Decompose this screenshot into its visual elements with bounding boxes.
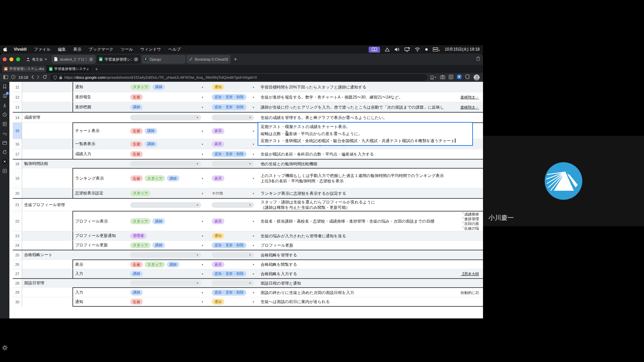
role-chip[interactable]: 生徒 [130,299,143,305]
triangle-status-icon[interactable] [385,47,390,52]
permission-dropdown-cell[interactable]: 追加・更新・削除▼ [207,241,258,250]
dropdown-arrow-icon[interactable]: ▼ [252,143,255,145]
role-chip[interactable]: 生徒 [130,151,143,157]
feature-name-cell[interactable] [73,279,126,287]
note-cell[interactable]: 自動的にZ( [461,288,483,297]
browser-profile-button[interactable]: 竜文会 [26,57,47,62]
menubar-item[interactable]: ウィンドウ [141,47,161,52]
password-extension-icon[interactable] [457,74,462,80]
role-chip[interactable]: 講師 [152,84,165,90]
feature-name-cell[interactable] [73,113,126,122]
browser-tab[interactable]: 学習進捗管理システム2 [97,55,141,64]
note-cell[interactable] [461,113,483,122]
display-notification-icon[interactable] [405,47,410,52]
menubar-item[interactable]: 表示 [73,47,82,52]
note-cell[interactable] [461,297,483,306]
row-header[interactable]: 28 [13,279,22,287]
role-chip[interactable]: 講師 [152,242,165,248]
permission-chip[interactable]: 通知 [212,233,224,239]
module-name-cell[interactable]: 成績管理 [22,113,73,122]
note-cell[interactable]: 森崎翔太・ [461,102,483,112]
permission-dropdown-cell[interactable]: 通知▼ [207,297,258,306]
permission-dropdown-cell[interactable]: ▼ [207,199,258,211]
description-cell[interactable]: 生徒が進捗を報告する。数学・青チャートA・例題25〜30、練習21〜24など。 [258,92,461,102]
dropdown-arrow-icon[interactable]: ▼ [252,291,255,294]
row-header[interactable]: 20 [13,188,22,198]
empty-dropdown-chip[interactable]: ▼ [130,202,201,208]
volume-icon[interactable] [394,47,400,52]
role-chip[interactable]: 講師 [152,218,165,224]
dropdown-arrow-icon[interactable]: ▼ [252,273,255,275]
roles-dropdown-cell[interactable]: ▼ [126,279,207,287]
roles-dropdown-cell[interactable]: 生徒▼ [126,149,207,159]
menubar-item[interactable]: 編集 [58,47,66,52]
disk-stack-icon[interactable] [433,47,440,52]
feature-name-cell[interactable]: 通知 [73,82,126,92]
module-name-cell[interactable] [22,102,73,112]
module-name-cell[interactable] [22,211,73,231]
menubar-item[interactable]: ツール [121,47,133,52]
permission-chip[interactable]: その他 [212,190,226,196]
row-header[interactable]: 29 [13,288,22,297]
description-cell[interactable]: 講師が生徒に行ったヒアリングを入力。赤で塗ったところは自動で「次の面談までの課題… [258,102,461,112]
role-chip[interactable]: スタッフ [130,84,151,90]
apple-menu-icon[interactable] [3,47,8,53]
note-cell[interactable] [461,199,483,211]
row-header[interactable]: 25 [13,250,22,259]
permission-dropdown-cell[interactable]: 表示▼ [207,260,258,269]
note-cell[interactable] [461,82,483,92]
role-chip[interactable]: 生徒 [130,94,143,100]
permission-chip[interactable]: 表示 [212,128,224,134]
permission-chip[interactable]: 表示 [212,141,224,147]
panel-sync-icon[interactable] [0,147,9,157]
roles-dropdown-cell[interactable]: 生徒スタッフ講師▼ [126,169,207,188]
roles-dropdown-cell[interactable]: 生徒▼ [126,92,207,102]
dropdown-arrow-icon[interactable]: ▼ [201,192,204,194]
menubar-clock[interactable]: 10月15日(火) 19:18 [445,47,480,52]
permission-chip[interactable]: 追加・更新・削除 [212,242,247,248]
description-cell[interactable]: 学習目標時間を20%下回ったらスタッフと講師に通知する [258,82,461,92]
permission-dropdown-cell[interactable]: ▼ [207,279,258,287]
permission-chip[interactable]: 追加・更新・削除 [212,94,247,100]
description-cell[interactable]: プロフィール更新 [258,241,461,250]
window-zoom-button[interactable] [16,57,20,61]
back-button[interactable] [31,75,34,80]
feature-name-cell[interactable]: プロフィール表示 [73,212,126,231]
roles-dropdown-cell[interactable]: ▼ [126,113,207,122]
menubar-item[interactable]: ブックマーク [89,47,113,52]
feature-name-cell[interactable]: 成績入力 [73,149,126,159]
empty-dropdown-chip[interactable]: ▼ [130,252,201,258]
role-chip[interactable]: 生徒 [130,261,143,267]
dropdown-arrow-icon[interactable]: ▼ [252,263,255,266]
browser-avatar[interactable] [474,74,480,80]
dropdown-arrow-icon[interactable]: ▼ [201,235,204,237]
dropdown-arrow-icon[interactable]: ▼ [252,130,255,132]
roles-dropdown-cell[interactable]: ▼ [126,250,207,259]
permission-dropdown-cell[interactable]: 通知▼ [207,82,258,92]
feature-name-cell[interactable] [73,199,126,211]
new-stack-tab-button[interactable]: + [95,66,98,72]
panel-history-icon[interactable] [0,110,9,119]
row-header[interactable]: 11 [13,82,22,92]
roles-dropdown-cell[interactable]: スタッフ講師▼ [126,82,207,92]
permission-dropdown-cell[interactable]: ▼ [207,250,258,259]
module-name-cell[interactable] [22,241,73,250]
dropdown-arrow-icon[interactable]: ▼ [201,130,204,132]
role-chip[interactable]: 講師 [130,290,143,296]
permission-chip[interactable]: 通知 [212,299,224,305]
dropdown-arrow-icon[interactable]: ▼ [252,177,255,180]
role-chip[interactable]: 生徒 [130,175,143,181]
feature-name-cell[interactable]: ランキング表示 [73,169,126,188]
browser-tab[interactable]: Django [142,55,185,64]
dropdown-arrow-icon[interactable]: ▼ [252,235,255,237]
tiling-grid-icon[interactable] [449,74,453,80]
roles-dropdown-cell[interactable]: スタッフ講師▼ [126,241,207,250]
feature-name-cell[interactable]: 志望校表示設定 [73,188,126,198]
module-name-cell[interactable] [22,139,73,149]
new-tab-button[interactable]: + [234,56,237,63]
role-chip[interactable]: 講師 [130,104,143,110]
description-cell[interactable]: 上のストップ機能もしくは手動入力で把握した過去１週間の勉強時間の平均時間でのラン… [258,169,461,188]
participant-video-tile[interactable]: 小川慶一 [483,136,644,226]
module-name-cell[interactable] [22,288,73,297]
empty-dropdown-chip[interactable]: ▼ [130,161,201,167]
